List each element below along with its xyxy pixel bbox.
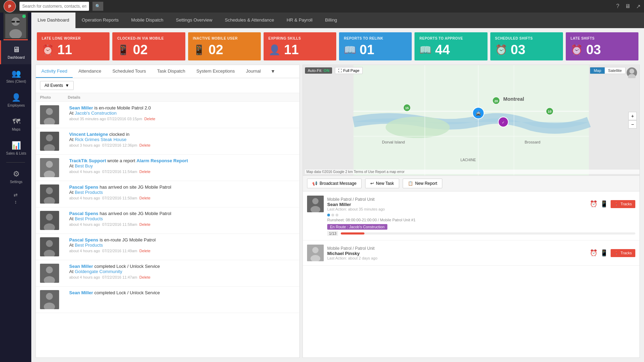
patrol-clock-icon-0[interactable]: ⏰ — [590, 200, 597, 208]
monitor-icon[interactable]: 🖥 — [625, 3, 630, 9]
search-input[interactable] — [19, 2, 89, 11]
tab-live-dashboard[interactable]: Live Dashboard — [31, 13, 75, 28]
list-item: Mobile Patrol / Patrol Unit Sean Miller … — [303, 191, 639, 240]
filter-all-events[interactable]: All Events ▼ — [40, 81, 74, 90]
arrow-up-down-icon[interactable]: ↕ — [15, 199, 17, 205]
feed-loc-0[interactable]: Jacob's Construction — [75, 110, 116, 116]
feed-delete-2[interactable]: Delete — [139, 170, 151, 174]
feed-delete-4[interactable]: Delete — [139, 222, 151, 227]
patrol-clock-icon-1[interactable]: ⏰ — [590, 249, 597, 257]
sub-tab-more[interactable]: ▼ — [266, 65, 280, 78]
patrol-track-button-1[interactable]: 📍 Tracks — [611, 249, 635, 257]
online-indicator — [22, 15, 26, 18]
tab-billing[interactable]: Billing — [319, 13, 344, 28]
feed-name-1[interactable]: Vincent Lanteigne — [69, 132, 108, 137]
sub-tab-journal[interactable]: Journal — [240, 65, 266, 78]
feed-name-5[interactable]: Pascal Spens — [69, 237, 98, 242]
stat-clocked-in-mobile[interactable]: CLOCKED-IN VIA MOBILE 📱 02 — [112, 32, 185, 60]
feed-name-2[interactable]: TrackTik Support — [69, 158, 106, 163]
feed-report-2[interactable]: Alarm Response Report — [136, 158, 188, 163]
tab-schedules-attendance[interactable]: Schedules & Attendance — [219, 13, 281, 28]
map-container: Montreal Dorval Island Brossard LACHINE … — [303, 65, 640, 176]
feed-time-0: about 35 minutes ago — [69, 117, 106, 121]
stat-title-2: INACTIVE MOBILE USER — [193, 36, 256, 40]
patrol-avatar-0 — [307, 196, 324, 212]
feed-loc-6[interactable]: Goldengate Community — [75, 269, 122, 274]
feed-header: Photo Details — [36, 93, 299, 102]
broadcast-message-button[interactable]: 📢 Broadcast Message — [307, 179, 362, 188]
stat-content-1: 📱 02 — [117, 43, 180, 56]
help-icon[interactable]: ? — [616, 3, 619, 9]
sub-tab-task-dispatch[interactable]: Task Dispatch — [152, 65, 191, 78]
svg-point-53 — [629, 69, 634, 74]
sidebar-item-settings[interactable]: ⚙ Settings — [0, 165, 31, 189]
fullpage-button[interactable]: ⛶ Full Page — [335, 67, 362, 74]
tab-operation-reports[interactable]: Operation Reports — [75, 13, 125, 28]
svg-rect-6 — [16, 21, 20, 23]
patrol-runsheet-0: Runsheet: 08:00:00-21:00:00 / Mobile Pat… — [307, 218, 635, 222]
feed-at-5: At — [69, 242, 75, 248]
feed-delete-6[interactable]: Delete — [139, 275, 151, 279]
feed-delete-5[interactable]: Delete — [139, 249, 151, 253]
share-icon[interactable]: ↗ — [636, 3, 641, 10]
map-tab-satellite[interactable]: Satellite — [605, 67, 625, 74]
feed-action-0: is en-route Mobile Patrol 2.0 — [93, 105, 151, 110]
feed-name-6[interactable]: Sean Miller — [69, 264, 93, 269]
stat-content-6: ⏰ 03 — [495, 43, 558, 56]
sidebar-item-sales[interactable]: 📊 Sales & Lists — [0, 136, 31, 160]
map-tab-map[interactable]: Map — [590, 67, 604, 74]
sub-tab-system-exceptions[interactable]: System Exceptions — [191, 65, 241, 78]
feed-loc-4[interactable]: Best Products — [75, 216, 103, 221]
patrol-device-icon-0[interactable]: 📱 — [600, 200, 608, 208]
feed-name-4[interactable]: Pascal Spens — [69, 211, 98, 216]
feed-loc-1[interactable]: Rick Grimes Steak House — [75, 137, 127, 142]
sub-tab-attendance[interactable]: Attendance — [73, 65, 107, 78]
stat-expiring-skills[interactable]: EXPIRING SKILLS 👤 11 — [264, 32, 336, 60]
left-panel: Activity Feed Attendance Scheduled Tours… — [35, 65, 300, 358]
feed-name-0[interactable]: Sean Miller — [69, 105, 93, 110]
stat-reports-approve[interactable]: REPORTS TO APPROVE 📖 44 — [414, 32, 487, 60]
feed-delete-0[interactable]: Delete — [144, 117, 155, 121]
feed-delete-3[interactable]: Delete — [139, 196, 151, 200]
stat-scheduled-shifts[interactable]: SCHEDULED SHIFTS ⏰ 03 — [490, 32, 563, 60]
feed-loc-2[interactable]: Best Buy — [75, 163, 93, 168]
new-report-button[interactable]: 📋 New Report — [403, 179, 442, 188]
new-task-button[interactable]: ↩ New Task — [365, 179, 399, 188]
zoom-in-button[interactable]: + — [628, 112, 637, 120]
feed-action-5: is en-route JG Mobile Patrol — [98, 237, 156, 242]
tab-mobile-dispatch[interactable]: Mobile Dispatch — [125, 13, 170, 28]
stat-content-3: 👤 11 — [268, 43, 331, 56]
feed-loc-5[interactable]: Best Products — [75, 242, 103, 248]
feed-date-text-2: 07/22/2016 11:54am — [102, 170, 137, 174]
sidebar-item-employees[interactable]: 👤 Employees — [0, 88, 31, 112]
stat-late-lone-worker[interactable]: LATE LONE WORKER ⏰ 11 — [37, 32, 110, 60]
sidebar-item-dashboard[interactable]: 🖥 Dashboard — [0, 40, 31, 64]
sub-tab-activity-feed[interactable]: Activity Feed — [36, 65, 73, 78]
feed-loc-3[interactable]: Best Products — [75, 190, 103, 195]
tab-hr-payroll[interactable]: HR & Payroll — [280, 13, 319, 28]
sidebar-item-maps[interactable]: 🗺 Maps — [0, 112, 31, 136]
svg-text:✓: ✓ — [502, 121, 505, 124]
stat-inactive-mobile[interactable]: INACTIVE MOBILE USER 📱 02 — [188, 32, 261, 60]
feed-meta-3: about 4 hours ago 07/22/2016 11:50am Del… — [69, 196, 295, 200]
sidebar-item-sites[interactable]: 👥 Sites (Client) — [0, 64, 31, 88]
arrow-left-right-icon[interactable]: ⇄ — [14, 192, 18, 198]
right-panel: Montreal Dorval Island Brossard LACHINE … — [303, 65, 640, 358]
sub-tab-scheduled-tours[interactable]: Scheduled Tours — [107, 65, 152, 78]
feed-action-7: completed Lock / Unlock Service — [93, 290, 160, 295]
feed-name-3[interactable]: Pascal Spens — [69, 184, 98, 190]
feed-name-7[interactable]: Sean Miller — [69, 290, 93, 295]
feed-detail-2: TrackTik Support wrote a report Alarm Re… — [68, 158, 295, 174]
settings-icon: ⚙ — [13, 170, 20, 179]
tab-settings-overview[interactable]: Settings Overview — [170, 13, 219, 28]
stat-reports-relink[interactable]: REPORTS TO RELINK 📖 01 — [339, 32, 412, 60]
stat-late-shifts[interactable]: LATE SHIFTS ⏰ 03 — [566, 32, 638, 60]
location-pin-icon-1: 📍 — [614, 251, 619, 255]
feed-delete-1[interactable]: Delete — [139, 143, 151, 147]
patrol-device-icon-1[interactable]: 📱 — [600, 249, 608, 257]
patrol-track-button-0[interactable]: 📍 Tracks — [611, 200, 635, 208]
feed-detail-1: Vincent Lanteigne clocked in At Rick Gri… — [68, 132, 295, 147]
svg-point-29 — [46, 293, 53, 300]
search-button[interactable]: 🔍 — [92, 2, 103, 11]
zoom-out-button[interactable]: − — [628, 120, 637, 129]
